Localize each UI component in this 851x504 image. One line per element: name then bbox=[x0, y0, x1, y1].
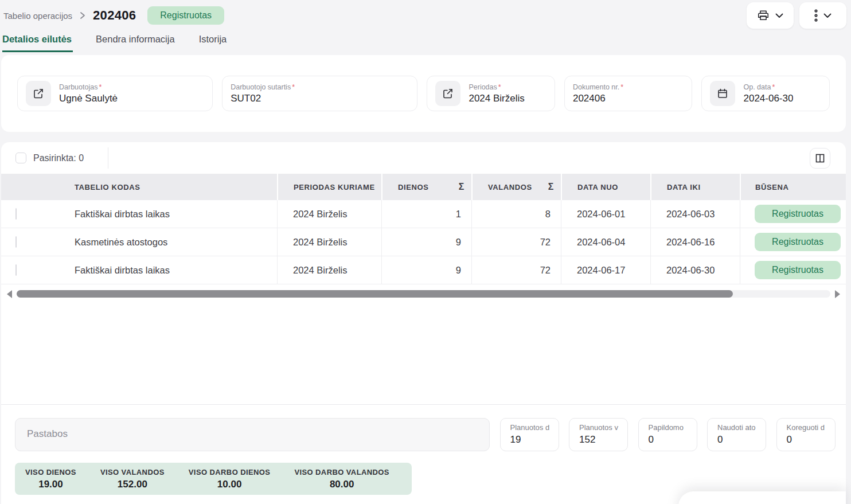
field-label: Darbuotojo sutartis bbox=[231, 83, 291, 91]
col-header-tabelio-kodas[interactable]: TABELIO KODAS bbox=[61, 183, 277, 192]
selection-count-label: Pasirinkta: 0 bbox=[33, 153, 84, 163]
field-label: Dokumento nr. bbox=[573, 83, 619, 91]
table-row[interactable]: Faktiškai dirbtas laikas 2024 Birželis 1… bbox=[1, 200, 846, 228]
cell-periodas: 2024 Birželis bbox=[277, 200, 381, 228]
table-row[interactable]: Faktiškai dirbtas laikas 2024 Birželis 9… bbox=[1, 256, 846, 284]
scrollbar-track[interactable] bbox=[17, 290, 830, 298]
cell-data-iki: 2024-06-30 bbox=[650, 256, 740, 284]
top-header: Tabelio operacijos 202406 Registruotas bbox=[0, 0, 851, 28]
cell-dienos: 1 bbox=[381, 200, 471, 228]
horizontal-scrollbar bbox=[1, 284, 846, 303]
col-header-data-iki[interactable]: DATA IKI bbox=[650, 174, 740, 200]
calendar-icon bbox=[717, 88, 728, 99]
summary-card-planuotos-valandos: Planuotos v 152 bbox=[569, 418, 628, 451]
total-viso-darbo-valandos: VISO DARBO VALANDOS 80.00 bbox=[294, 468, 389, 490]
field-periodas[interactable]: Periodas* 2024 Birželis bbox=[427, 76, 555, 111]
columns-icon bbox=[815, 153, 825, 163]
more-actions-button[interactable] bbox=[799, 2, 846, 29]
tab-bar: Detalios eilutės Bendra informacija Isto… bbox=[0, 28, 851, 52]
required-asterisk: * bbox=[498, 83, 501, 91]
row-status-badge: Registruotas bbox=[755, 261, 841, 279]
cell-tabelio-kodas: Faktiškai dirbtas laikas bbox=[61, 265, 277, 276]
field-darbuotojas[interactable]: Darbuotojas* Ugnė Saulytė bbox=[17, 76, 213, 111]
scroll-right-arrow-icon[interactable] bbox=[835, 290, 840, 298]
summary-value: 0 bbox=[649, 434, 697, 446]
cell-data-nuo: 2024-06-17 bbox=[561, 256, 650, 284]
kebab-menu-icon bbox=[814, 9, 818, 22]
total-viso-valandos: VISO VALANDOS 152.00 bbox=[100, 468, 165, 490]
col-header-data-nuo[interactable]: DATA NUO bbox=[561, 174, 650, 200]
cell-periodas: 2024 Birželis bbox=[277, 256, 381, 284]
field-value: SUT02 bbox=[231, 93, 295, 104]
sum-sigma-icon[interactable]: Σ bbox=[548, 182, 554, 192]
notes-input[interactable] bbox=[15, 418, 490, 451]
cell-dienos: 9 bbox=[381, 256, 471, 284]
chevron-down-icon bbox=[775, 13, 783, 18]
field-label: Darbuotojas bbox=[59, 83, 97, 91]
chevron-down-icon bbox=[823, 13, 832, 18]
summary-label: Naudoti ato bbox=[717, 423, 766, 432]
summary-label: Koreguoti d bbox=[787, 423, 835, 432]
summary-value: 19 bbox=[510, 434, 559, 446]
row-checkbox[interactable] bbox=[15, 208, 17, 220]
breadcrumb[interactable]: Tabelio operacijos bbox=[3, 11, 72, 21]
open-record-button[interactable] bbox=[435, 81, 460, 106]
document-fields-card: Darbuotojas* Ugnė Saulytė Darbuotojo sut… bbox=[1, 55, 846, 132]
column-settings-button[interactable] bbox=[810, 148, 830, 169]
detail-lines-card: Pasirinkta: 0 TABELIO KODAS PERIODAS KUR… bbox=[1, 142, 846, 504]
printer-icon bbox=[757, 9, 770, 22]
col-header-dienos[interactable]: DIENOS Σ bbox=[381, 174, 471, 200]
total-viso-dienos: VISO DIENOS 19.00 bbox=[25, 468, 76, 490]
summary-card-koreguoti: Koreguoti d 0 bbox=[776, 418, 836, 451]
field-value: 2024 Birželis bbox=[469, 93, 524, 104]
external-link-icon bbox=[442, 88, 454, 99]
cell-valandos: 72 bbox=[471, 256, 561, 284]
cell-valandos: 8 bbox=[471, 200, 561, 228]
status-badge: Registruotas bbox=[147, 6, 224, 25]
col-header-periodas[interactable]: PERIODAS KURIAME bbox=[277, 174, 381, 200]
select-all-checkbox[interactable] bbox=[15, 153, 26, 163]
field-op-data[interactable]: Op. data* 2024-06-30 bbox=[701, 76, 830, 111]
field-value: 202406 bbox=[573, 93, 623, 104]
col-header-busena[interactable]: BŪSENA bbox=[740, 174, 846, 200]
sum-sigma-icon[interactable]: Σ bbox=[459, 182, 464, 192]
tab-detalios-eilutes[interactable]: Detalios eilutės bbox=[2, 34, 73, 52]
summary-label: Papildomo bbox=[649, 423, 697, 432]
scrollbar-thumb[interactable] bbox=[17, 290, 733, 298]
summary-card-naudoti: Naudoti ato 0 bbox=[707, 418, 766, 451]
field-label: Periodas bbox=[469, 83, 497, 91]
field-label: Op. data bbox=[743, 83, 771, 91]
tab-istorija[interactable]: Istorija bbox=[199, 34, 228, 52]
summary-card-papildomo: Papildomo 0 bbox=[638, 418, 697, 451]
scroll-left-arrow-icon[interactable] bbox=[7, 290, 12, 298]
chevron-right-icon bbox=[79, 11, 86, 19]
field-value: Ugnė Saulytė bbox=[59, 93, 118, 104]
summary-value: 0 bbox=[717, 434, 766, 446]
field-dokumento-nr[interactable]: Dokumento nr.* 202406 bbox=[564, 76, 693, 111]
tab-bendra-informacija[interactable]: Bendra informacija bbox=[96, 34, 176, 52]
table-empty-area bbox=[1, 303, 846, 404]
cell-tabelio-kodas: Kasmetinės atostogos bbox=[61, 237, 277, 248]
cell-data-nuo: 2024-06-04 bbox=[561, 228, 650, 256]
row-checkbox[interactable] bbox=[15, 236, 17, 248]
floating-widget-corner bbox=[678, 491, 846, 504]
table-toolbar: Pasirinkta: 0 bbox=[1, 142, 846, 174]
field-darbuotojo-sutartis[interactable]: Darbuotojo sutartis* SUT02 bbox=[222, 76, 417, 111]
cell-data-iki: 2024-06-03 bbox=[650, 200, 740, 228]
col-header-valandos[interactable]: VALANDOS Σ bbox=[471, 174, 561, 200]
row-status-badge: Registruotas bbox=[755, 233, 841, 251]
print-button[interactable] bbox=[747, 2, 794, 29]
date-picker-button[interactable] bbox=[710, 81, 735, 106]
field-value: 2024-06-30 bbox=[743, 93, 793, 104]
row-checkbox[interactable] bbox=[15, 264, 17, 276]
page: Tabelio operacijos 202406 Registruotas bbox=[0, 0, 851, 504]
table-header-row: TABELIO KODAS PERIODAS KURIAME DIENOS Σ … bbox=[1, 174, 846, 200]
required-asterisk: * bbox=[772, 83, 775, 91]
open-record-button[interactable] bbox=[26, 81, 51, 106]
required-asterisk: * bbox=[620, 83, 623, 91]
cell-tabelio-kodas: Faktiškai dirbtas laikas bbox=[61, 209, 277, 220]
totals-bar: VISO DIENOS 19.00 VISO VALANDOS 152.00 V… bbox=[15, 463, 412, 495]
header-actions bbox=[747, 2, 846, 29]
cell-valandos: 72 bbox=[471, 228, 561, 256]
table-row[interactable]: Kasmetinės atostogos 2024 Birželis 9 72 … bbox=[1, 228, 846, 256]
